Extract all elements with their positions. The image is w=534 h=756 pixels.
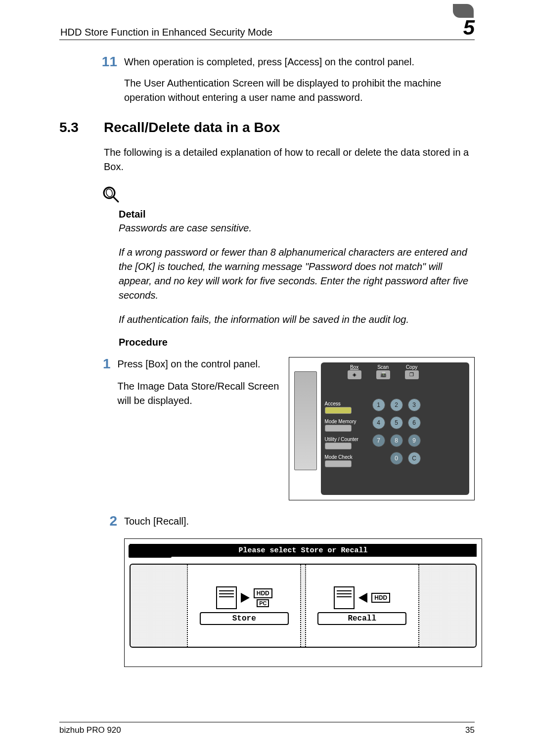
key-2[interactable]: 2 xyxy=(390,399,403,411)
page-header: HDD Store Function in Enhanced Security … xyxy=(59,17,475,40)
footer-product-name: bizhub PRO 920 xyxy=(59,725,121,735)
access-key-icon xyxy=(325,407,352,414)
step-number: 1 xyxy=(96,357,118,500)
procedure-heading: Procedure xyxy=(119,337,475,348)
arrow-left-icon xyxy=(358,593,367,603)
step-11: 11 When operation is completed, press [A… xyxy=(96,55,475,69)
scan-tab-icon: 📠 xyxy=(376,370,390,379)
section-intro: The following is a detailed explanation … xyxy=(104,145,475,174)
step-2-text: Touch [Recall]. xyxy=(124,514,475,529)
copy-tab-label: Copy xyxy=(406,364,417,370)
scan-tab-label: Scan xyxy=(377,364,389,370)
header-title: HDD Store Function in Enhanced Security … xyxy=(59,27,272,38)
step-2: 2 Touch [Recall]. xyxy=(96,514,475,529)
scan-tab[interactable]: Scan 📠 xyxy=(376,364,390,379)
mode-check-key-icon xyxy=(325,460,352,467)
screen-title-bar: Please select Store or Recall xyxy=(130,544,477,557)
step-number: 2 xyxy=(96,514,124,529)
key-6[interactable]: 6 xyxy=(408,416,421,429)
copy-tab-icon: ❐ xyxy=(405,370,419,379)
mode-check-label: Mode Check xyxy=(325,454,369,460)
chapter-number: 5 xyxy=(463,17,475,38)
pc-label: PC xyxy=(257,599,269,607)
access-label: Access xyxy=(325,401,369,406)
key-8[interactable]: 8 xyxy=(390,434,403,447)
key-3[interactable]: 3 xyxy=(408,399,421,411)
box-tab-label: Box xyxy=(350,364,358,370)
mode-check-button[interactable]: Mode Check xyxy=(325,454,369,467)
key-1[interactable]: 1 xyxy=(372,399,385,411)
hdd-label: HDD xyxy=(371,593,390,603)
utility-key-icon xyxy=(325,443,352,449)
key-0[interactable]: 0 xyxy=(390,452,403,465)
box-tab-icon: ◈ xyxy=(348,370,361,379)
printer-icon xyxy=(216,586,237,609)
page-corner-decoration xyxy=(453,4,474,18)
step-1-follow: The Image Data Store/Recall Screen will … xyxy=(118,379,280,408)
key-c[interactable]: C xyxy=(408,452,421,465)
detail-line-1: Passwords are case sensitive. xyxy=(119,221,475,235)
utility-counter-button[interactable]: Utility / Counter xyxy=(325,437,369,449)
recall-pane[interactable]: HDD Recall xyxy=(305,565,419,647)
store-button-label: Store xyxy=(200,612,289,625)
key-4[interactable]: 4 xyxy=(372,416,385,429)
footer-page-number: 35 xyxy=(465,725,475,735)
detail-heading: Detail xyxy=(119,209,475,220)
page-footer: bizhub PRO 920 35 xyxy=(59,722,475,735)
section-number: 5.3 xyxy=(59,120,104,135)
control-panel-figure: Box ◈ Scan 📠 Copy ❐ Access xyxy=(289,357,475,500)
mode-memory-label: Mode Memory xyxy=(325,419,369,424)
store-recall-screen-figure: Job List Please select Store or Recall H… xyxy=(124,538,482,667)
key-7[interactable]: 7 xyxy=(372,434,385,447)
recall-button-label: Recall xyxy=(317,612,406,625)
mode-memory-button[interactable]: Mode Memory xyxy=(325,419,369,432)
box-tab[interactable]: Box ◈ xyxy=(348,364,361,379)
section-heading: 5.3 Recall/Delete data in a Box xyxy=(59,120,475,135)
printer-icon xyxy=(334,586,355,609)
key-9[interactable]: 9 xyxy=(408,434,421,447)
numeric-keypad: 1 2 3 4 5 6 7 8 9 0 C xyxy=(372,366,421,491)
step-1-text: Press [Box] on the control panel. xyxy=(118,357,280,371)
detail-line-3: If authentication fails, the information… xyxy=(119,312,475,327)
copy-tab[interactable]: Copy ❐ xyxy=(405,364,419,379)
arrow-right-icon xyxy=(241,593,250,603)
step-text: When operation is completed, press [Acce… xyxy=(124,55,475,69)
access-button[interactable]: Access xyxy=(325,401,369,414)
svg-point-1 xyxy=(105,188,114,197)
panel-lcd xyxy=(294,371,317,470)
svg-line-2 xyxy=(113,197,118,202)
detail-line-2: If a wrong password or fewer than 8 alph… xyxy=(119,245,475,303)
mode-memory-key-icon xyxy=(325,425,352,432)
step-number: 11 xyxy=(96,55,124,69)
key-5[interactable]: 5 xyxy=(390,416,403,429)
step-11-follow: The User Authentication Screen will be d… xyxy=(124,76,475,105)
utility-label: Utility / Counter xyxy=(325,437,369,442)
magnifier-icon xyxy=(101,185,475,207)
section-title: Recall/Delete data in a Box xyxy=(104,120,280,135)
store-pane[interactable]: HDD PC Store xyxy=(187,565,301,647)
screen-title-text: Please select Store or Recall xyxy=(238,546,367,555)
hdd-label: HDD xyxy=(254,588,272,598)
